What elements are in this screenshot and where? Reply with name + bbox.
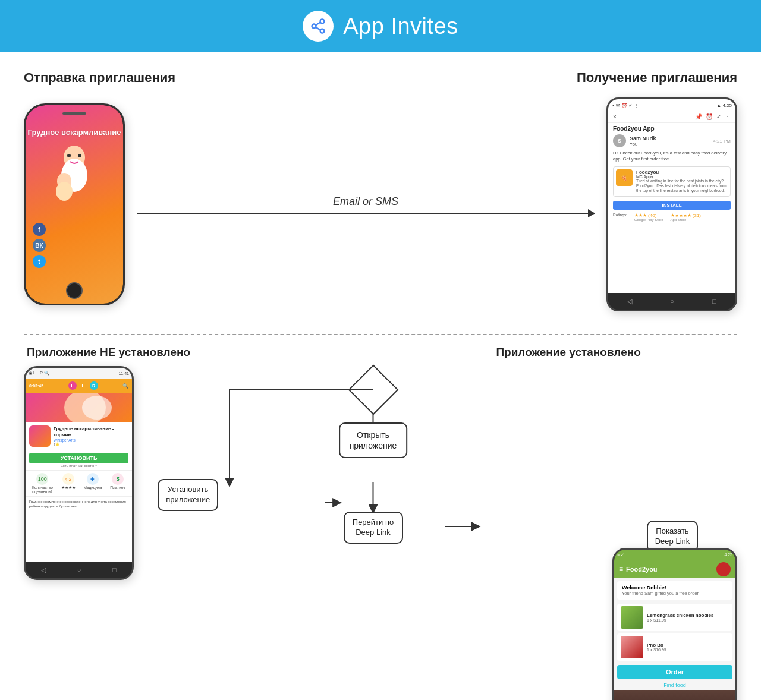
app-store-label: App Store — [671, 218, 701, 222]
nav-home: ○ — [670, 298, 674, 305]
food-welcome-name: Welcome Debbie! — [622, 585, 699, 591]
install-app-label: Установить приложение — [158, 479, 218, 511]
baby-illustration — [48, 143, 101, 202]
bottom-section: Приложение НЕ установлено Приложение уст… — [24, 346, 737, 700]
play-paid-note: Есть платный контент — [29, 464, 128, 468]
play-app-dev: Whisper Arts — [54, 438, 128, 442]
email-action-icons: 📌 ⏰ ✓ ⋮ — [695, 113, 731, 120]
food2you-device: ≡ ✓ 4:25 ≡ Food2you Welcome Debbie! Your… — [612, 548, 737, 700]
free-label: Платное — [110, 485, 125, 490]
ratings-row: Ratings: ★★★ (40) Google Play Store ★★★★… — [608, 212, 735, 223]
med-label: Медицина — [84, 485, 102, 490]
play-nav-bar: ◁ ○ □ — [26, 562, 132, 578]
svg-point-14 — [82, 396, 112, 420]
social-icons: f ВК t — [33, 223, 46, 268]
email-header: × 📌 ⏰ ✓ ⋮ — [608, 111, 735, 123]
search-icon: 🔍 — [122, 383, 128, 389]
play-store-screen: 0:03:45 L L R 🔍 — [26, 379, 132, 562]
food-welcome-text: Welcome Debbie! Your friend Sam gifted y… — [622, 585, 699, 596]
food-item-2-img — [621, 636, 643, 658]
install-app-box: Установить приложение — [158, 479, 218, 511]
ratings-text: Ratings: — [613, 213, 627, 217]
play-store-rating: ★★★ (40) Google Play Store — [634, 213, 663, 222]
flow-arrows-svg — [134, 366, 612, 580]
android-receiving-device: × ✉ ⏰ ✓ ⋮ ▲ 4:25 × 📌 ⏰ ✓ ⋮ Food2you App … — [606, 97, 737, 311]
bottom-main-row: ◉ L L R 🔍 11:41 0:03:45 L L R 🔍 — [24, 366, 737, 700]
check-icon: ✓ — [716, 113, 721, 120]
food-welcome-sub: Your friend Sam gifted you a free order — [622, 591, 699, 596]
food-top-bar: ≡ Food2you — [614, 560, 735, 578]
food-bottom-image — [614, 690, 735, 700]
iphone-app-title: Грудное вскармливание — [28, 128, 121, 138]
play-store-device: ◉ L L R 🔍 11:41 0:03:45 L L R 🔍 — [24, 366, 134, 580]
food-item-1: Lemongrass chicken noodles 1 x $11.99 — [617, 604, 732, 631]
food-time: 4:25 — [724, 553, 732, 557]
food2you-icon: 🍕 — [616, 169, 633, 186]
play-install-button[interactable]: УСТАНОВИТЬ — [29, 453, 128, 463]
flow-diagram: Открыть приложение Установить приложение… — [134, 366, 612, 580]
header: App Invites — [0, 0, 761, 52]
install-button[interactable]: INSTALL — [613, 201, 731, 210]
food-hamburger-icon: ≡ — [619, 565, 623, 573]
play-stat-med: ✚ Медицина — [84, 473, 102, 494]
food-status-bar: ≡ ✓ 4:25 — [614, 550, 735, 560]
open-app-label: Открыть приложение — [339, 422, 408, 458]
play-stat-count: 100 Количествооценивший — [32, 473, 53, 494]
ratings-label: Ratings: — [613, 213, 627, 222]
play-stat-rating: 4.2 ★★★★ — [61, 473, 76, 494]
play-timer: 0:03:45 — [29, 384, 43, 388]
play-status-icons: ◉ L L R 🔍 — [29, 371, 49, 376]
share-icon — [310, 18, 326, 34]
svg-text:🍕: 🍕 — [620, 174, 628, 182]
nav-recents: □ — [712, 298, 716, 305]
bottom-labels-row: Приложение НЕ установлено Приложение уст… — [24, 346, 737, 359]
deep-link-box: Перейти по Deep Link — [344, 512, 403, 544]
nav-back: ◁ — [627, 298, 632, 305]
status-icons: ▲ 4:25 — [716, 103, 732, 108]
svg-point-0 — [320, 19, 325, 23]
play-nav-back: ◁ — [41, 566, 46, 574]
svg-point-1 — [312, 24, 316, 29]
app-store-rating: ★★★★★ (31) App Store — [671, 213, 701, 222]
play-app-icon — [29, 425, 51, 447]
food-item-2-info: Pho Bo 1 x $16.99 — [647, 642, 729, 652]
installed-label: Приложение установлено — [496, 346, 640, 359]
iphone-device: Грудное вскармливание — [24, 103, 125, 305]
sender-avatar: S — [613, 134, 626, 147]
food-find-link[interactable]: Find food — [614, 680, 735, 690]
svg-line-4 — [316, 27, 320, 30]
app-stars: ★★★★★ (31) — [671, 213, 701, 218]
email-sms-arrow: Email or SMS — [137, 196, 595, 214]
food-item-2-price: 1 x $16.99 — [647, 648, 729, 652]
lir-buttons: L L R — [68, 381, 98, 390]
send-invite-label: Отправка приглашения — [24, 70, 175, 86]
play-stars: ★★★ (40) — [634, 213, 663, 218]
play-app-title: Грудное вскармливание - кормим — [54, 426, 128, 439]
svg-point-7 — [67, 154, 71, 157]
play-nav-recents: □ — [112, 566, 117, 573]
food-item-1-name: Lemongrass chicken noodles — [647, 613, 729, 618]
food-item-1-price: 1 x $11.99 — [647, 618, 729, 622]
iphone-home-button — [66, 282, 83, 299]
food-item-1-img — [621, 606, 643, 629]
rating-icon: 4.2 — [62, 473, 74, 485]
sender-name: Sam Nurik — [630, 135, 656, 141]
app-card-info: Food2you MC Appy Tired of waiting in lin… — [636, 169, 728, 194]
rating-stars: ★★★★ — [61, 485, 76, 490]
arrow-label: Email or SMS — [333, 196, 398, 208]
food-order-button[interactable]: Order — [617, 665, 732, 679]
sender-info: Sam Nurik You — [630, 135, 656, 147]
play-store-label: Google Play Store — [634, 218, 663, 222]
food-screen: Welcome Debbie! Your friend Sam gifted y… — [614, 578, 735, 700]
more-icon: ⋮ — [725, 113, 731, 120]
email-screen: × 📌 ⏰ ✓ ⋮ Food2you App S Sam Nurik You — [608, 111, 735, 293]
app-icon-circle — [303, 11, 334, 42]
food-top-title: Food2you — [626, 566, 713, 573]
play-time: 11:41 — [118, 371, 129, 376]
deep-link-label: Перейти по Deep Link — [344, 512, 403, 544]
play-nav-home: ○ — [77, 566, 81, 573]
count-icon: 100 — [36, 473, 48, 485]
play-stat-free: 💲 Платное — [110, 473, 125, 494]
play-stats-row: 100 Количествооценивший 4.2 ★★★★ ✚ Медиц… — [26, 470, 132, 497]
play-app-rating: 3⭐ — [54, 442, 128, 446]
